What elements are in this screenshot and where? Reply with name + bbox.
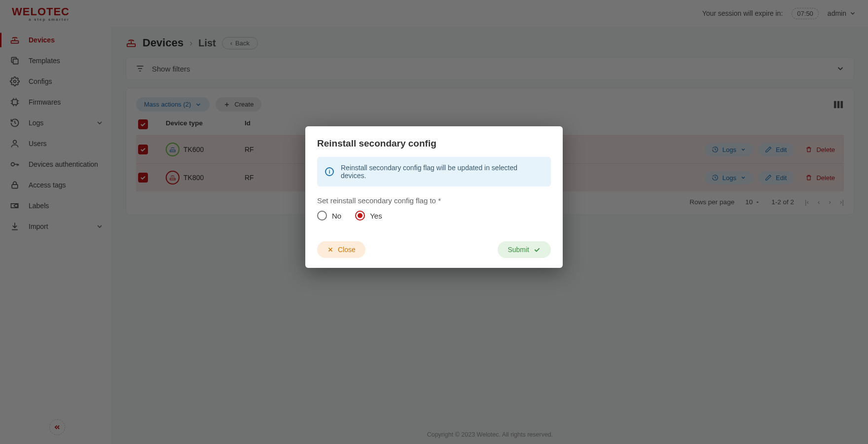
modal-actions: Close Submit bbox=[317, 241, 551, 258]
radio-label: No bbox=[332, 212, 341, 220]
info-icon: i bbox=[325, 167, 334, 176]
modal-title: Reinstall secondary config bbox=[317, 138, 551, 149]
radio-icon bbox=[317, 211, 327, 221]
field-label: Set reinstall secondary config flag to * bbox=[317, 196, 551, 205]
radio-label: Yes bbox=[370, 212, 382, 220]
info-banner: i Reinstall secondary config flag will b… bbox=[317, 157, 551, 186]
radio-group: No Yes bbox=[317, 211, 551, 221]
reinstall-config-modal: Reinstall secondary config i Reinstall s… bbox=[305, 126, 563, 268]
close-button[interactable]: Close bbox=[317, 241, 365, 258]
close-icon bbox=[327, 246, 334, 253]
radio-option-no[interactable]: No bbox=[317, 211, 341, 221]
submit-button[interactable]: Submit bbox=[498, 241, 551, 258]
close-label: Close bbox=[338, 246, 356, 254]
radio-icon bbox=[355, 211, 365, 221]
submit-label: Submit bbox=[507, 246, 529, 254]
radio-option-yes[interactable]: Yes bbox=[355, 211, 382, 221]
check-icon bbox=[533, 246, 541, 254]
info-text: Reinstall secondary config flag will be … bbox=[341, 164, 543, 180]
modal-overlay[interactable]: Reinstall secondary config i Reinstall s… bbox=[0, 0, 868, 444]
